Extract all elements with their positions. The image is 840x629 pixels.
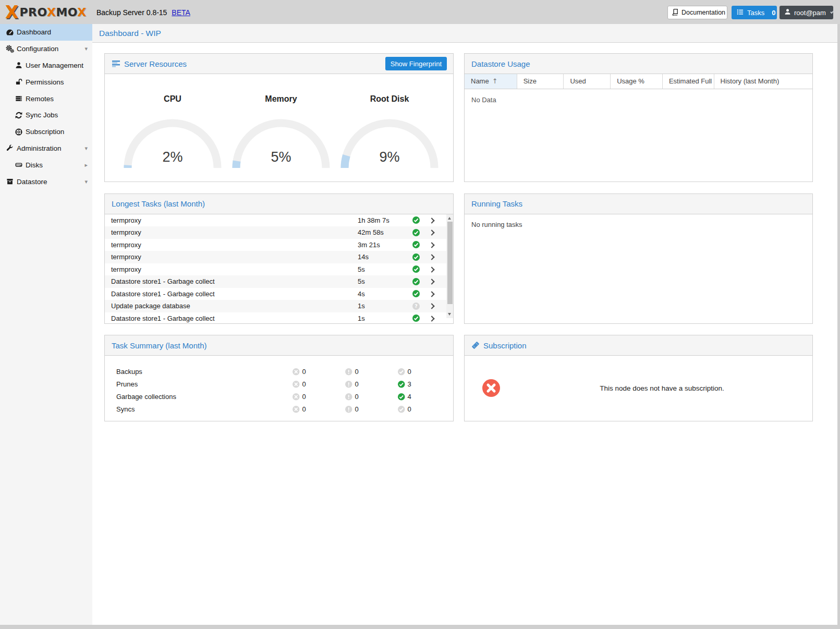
- top-bar: X PROXMOX Backup Server 0.8-15 BETA Docu…: [0, 0, 840, 24]
- sidebar-item-user-management[interactable]: User Management: [0, 57, 92, 74]
- sidebar-item-sync-jobs[interactable]: Sync Jobs: [0, 107, 92, 124]
- ok-count: 0: [408, 366, 411, 378]
- user-menu-button[interactable]: root@pam: [780, 6, 833, 19]
- sidebar-item-label: Subscription: [26, 128, 64, 136]
- column-header-estimated-full[interactable]: Estimated Full: [663, 74, 714, 89]
- chevron-right-icon: [429, 279, 434, 285]
- chevron-right-icon[interactable]: ▸: [84, 162, 88, 168]
- task-name: termproxy: [111, 226, 141, 239]
- chevron-down-icon[interactable]: ▾: [84, 145, 88, 152]
- product-version-text: Backup Server 0.8-15: [96, 8, 167, 17]
- dashboard-panels: Server Resources Show Fingerprint CPU 2%…: [104, 53, 837, 421]
- sidebar-item-datastore[interactable]: Datastore▾: [0, 173, 92, 190]
- task-row[interactable]: termproxy42m 58s: [105, 226, 453, 239]
- sidebar-item-administration[interactable]: Administration▾: [0, 140, 92, 157]
- error-count: 0: [302, 378, 306, 391]
- error-count-icon: [293, 406, 300, 413]
- sidebar-item-disks[interactable]: Disks▸: [0, 156, 92, 173]
- refresh-icon: [14, 111, 23, 119]
- column-header-label: Used: [570, 77, 586, 85]
- task-summary-row[interactable]: Garbage collections004: [105, 391, 453, 403]
- task-row[interactable]: Datastore store1 - Garbage collect4s: [105, 288, 453, 300]
- server-resources-panel: Server Resources Show Fingerprint CPU 2%…: [104, 53, 454, 182]
- error-count: 0: [302, 391, 306, 403]
- task-name: termproxy: [111, 239, 141, 251]
- sidebar-item-subscription[interactable]: Subscription: [0, 124, 92, 140]
- task-name: Datastore store1 - Garbage collect: [111, 288, 215, 300]
- chevron-down-icon[interactable]: ▾: [84, 45, 88, 52]
- task-summary-row[interactable]: Syncs000: [105, 403, 453, 416]
- scrollbar-up-arrow-icon[interactable]: [448, 217, 451, 220]
- wrench-icon: [5, 144, 14, 152]
- chevron-right-icon: [429, 217, 434, 223]
- user-menu-label: root@pam: [794, 9, 826, 17]
- datastore-table-header: Name↑SizeUsedUsage %Estimated FullHistor…: [465, 74, 812, 89]
- longest-tasks-scrollbar[interactable]: [446, 214, 453, 318]
- gauge-label: Root Disk: [340, 95, 439, 103]
- subscription-ticket-icon: [471, 341, 480, 349]
- server-icon: [14, 94, 23, 103]
- documentation-button[interactable]: Documentation: [667, 6, 727, 19]
- longest-tasks-title: Longest Tasks (last Month): [112, 199, 205, 208]
- column-header-history-last-month-[interactable]: History (last Month): [714, 74, 812, 89]
- gauge-label: Memory: [232, 95, 331, 103]
- sidebar-item-configuration[interactable]: Configuration▾: [0, 41, 92, 57]
- column-header-name[interactable]: Name↑: [465, 74, 517, 89]
- chevron-right-icon: [429, 242, 434, 248]
- sidebar-nav: DashboardConfiguration▾User ManagementPe…: [0, 24, 92, 625]
- brand-letter-group: X: [47, 6, 56, 19]
- column-header-used[interactable]: Used: [564, 74, 611, 89]
- task-row[interactable]: termproxy3m 21s: [105, 239, 453, 251]
- task-summary-row[interactable]: Backups000: [105, 366, 453, 378]
- task-duration: 14s: [358, 251, 369, 263]
- beta-link[interactable]: BETA: [172, 8, 190, 17]
- task-row[interactable]: Update package database1s?: [105, 300, 453, 312]
- status-ok-icon: [412, 314, 420, 322]
- show-fingerprint-button[interactable]: Show Fingerprint: [385, 57, 447, 70]
- task-name: termproxy: [111, 251, 141, 263]
- task-list-icon: [736, 8, 744, 17]
- product-version: Backup Server 0.8-15 BETA: [96, 8, 190, 17]
- column-header-label: Size: [524, 77, 537, 85]
- task-type-label: Syncs: [116, 405, 135, 413]
- scrollbar-down-arrow-icon[interactable]: [448, 313, 451, 316]
- archive-icon: [5, 177, 14, 186]
- column-header-label: History (last Month): [721, 77, 780, 85]
- task-name: termproxy: [111, 214, 141, 227]
- task-duration: 4s: [358, 288, 365, 300]
- tasks-button[interactable]: Tasks 0: [732, 6, 777, 19]
- sidebar-item-dashboard[interactable]: Dashboard: [0, 24, 92, 41]
- ok-count-icon: [398, 393, 405, 401]
- task-row[interactable]: termproxy5s: [105, 263, 453, 276]
- scrollbar-thumb[interactable]: [447, 222, 453, 304]
- task-summary-row[interactable]: Prunes003: [105, 378, 453, 391]
- tasks-count-badge: 0: [772, 9, 775, 17]
- gauge-root-disk: Root Disk 9%: [340, 74, 439, 170]
- column-header-usage-[interactable]: Usage %: [611, 74, 663, 89]
- tachometer-icon: [5, 28, 14, 37]
- sort-ascending-icon: ↑: [492, 77, 498, 85]
- cogs-icon: [5, 45, 14, 53]
- column-header-size[interactable]: Size: [517, 74, 564, 89]
- svg-text:?: ?: [415, 303, 418, 309]
- warning-count-icon: [345, 381, 352, 388]
- task-name: Datastore store1 - Garbage collect: [111, 312, 215, 323]
- ok-count-icon: [398, 406, 405, 413]
- server-resources-title: Server Resources: [124, 59, 187, 68]
- sidebar-item-remotes[interactable]: Remotes: [0, 90, 92, 107]
- task-duration: 1h 38m 7s: [358, 214, 389, 227]
- chevron-right-icon: [429, 254, 434, 260]
- task-duration: 1s: [358, 312, 365, 323]
- task-name: Update package database: [111, 300, 190, 312]
- task-row[interactable]: Datastore store1 - Garbage collect1s: [105, 312, 453, 323]
- warning-count: 0: [355, 366, 359, 378]
- task-row[interactable]: Datastore store1 - Garbage collect5s: [105, 275, 453, 288]
- subscription-title: Subscription: [483, 341, 527, 350]
- no-subscription-icon: [482, 379, 500, 397]
- chevron-down-icon[interactable]: ▾: [84, 178, 88, 185]
- task-type-label: Prunes: [116, 380, 138, 388]
- task-row[interactable]: termproxy14s: [105, 251, 453, 263]
- sidebar-item-permissions[interactable]: Permissions: [0, 74, 92, 90]
- task-row[interactable]: termproxy1h 38m 7s: [105, 214, 453, 227]
- unlock-icon: [14, 78, 23, 86]
